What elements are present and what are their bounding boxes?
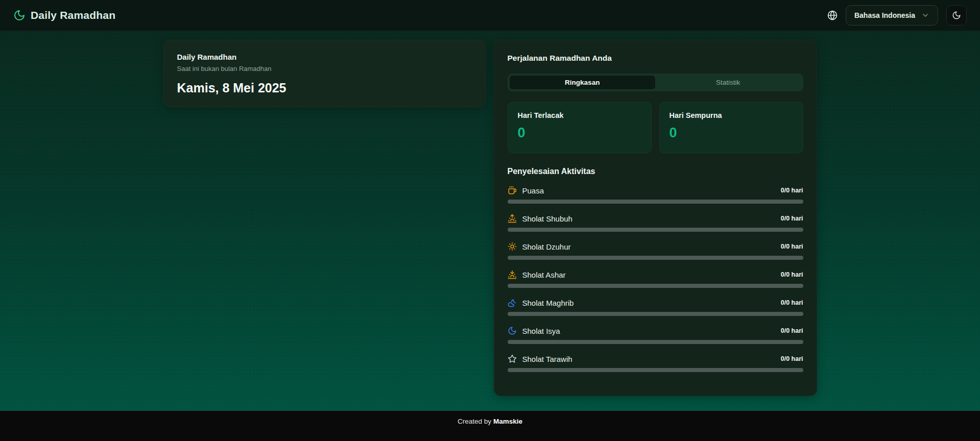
crescent-moon-logo-icon	[13, 9, 26, 21]
activity-row-sholat-ashar: Sholat Ashar 0/0 hari	[508, 270, 803, 288]
stat-value: 0	[518, 125, 641, 141]
activity-label: Sholat Maghrib	[522, 299, 574, 307]
progress-bar	[508, 228, 803, 232]
language-selector-label: Bahasa Indonesia	[854, 11, 915, 19]
activity-label: Sholat Isya	[522, 327, 560, 335]
journey-card: Perjalanan Ramadhan Anda Ringkasan Stati…	[494, 40, 817, 396]
chevron-down-icon	[921, 11, 929, 19]
language-selector-button[interactable]: Bahasa Indonesia	[846, 5, 938, 26]
tab-statistik[interactable]: Statistik	[655, 76, 801, 89]
cloud-moon-icon	[508, 298, 517, 307]
stat-label: Hari Sempurna	[670, 111, 793, 119]
activity-label: Sholat Shubuh	[522, 214, 572, 223]
moon-icon	[508, 326, 517, 335]
star-icon	[508, 354, 517, 363]
activity-row-sholat-maghrib: Sholat Maghrib 0/0 hari	[508, 298, 803, 316]
tab-list: Ringkasan Statistik	[508, 74, 803, 91]
stat-label: Hari Terlacak	[518, 111, 641, 119]
footer-credit: Created byMamskie	[458, 418, 522, 441]
brand: Daily Ramadhan	[13, 9, 115, 21]
top-navbar: Daily Ramadhan Bahasa Indonesia	[0, 0, 980, 31]
date-card-title: Daily Ramadhan	[177, 53, 472, 61]
activity-progress-text: 0/0 hari	[781, 187, 803, 194]
theme-toggle-button[interactable]	[946, 5, 967, 26]
header-actions: Bahasa Indonesia	[827, 5, 967, 26]
progress-bar	[508, 256, 803, 260]
activity-label: Sholat Dzuhur	[522, 242, 571, 251]
stat-value: 0	[670, 125, 793, 141]
globe-icon	[827, 10, 838, 20]
sunrise-icon	[508, 214, 517, 223]
activity-progress-text: 0/0 hari	[781, 215, 803, 222]
moon-icon	[952, 11, 961, 20]
activity-label: Sholat Ashar	[522, 271, 566, 279]
content-grid: Daily Ramadhan Saat ini bukan bulan Rama…	[163, 31, 817, 396]
activity-row-sholat-isya: Sholat Isya 0/0 hari	[508, 326, 803, 344]
progress-bar	[508, 284, 803, 288]
activity-row-sholat-dzuhur: Sholat Dzuhur 0/0 hari	[508, 242, 803, 260]
tab-ringkasan[interactable]: Ringkasan	[510, 76, 656, 89]
coffee-icon	[508, 186, 517, 195]
journey-card-title: Perjalanan Ramadhan Anda	[508, 54, 803, 63]
current-date: Kamis, 8 Mei 2025	[177, 81, 472, 95]
activities-list: Puasa 0/0 hari Sholat Shubuh 0/0 hari	[508, 186, 803, 372]
app-title: Daily Ramadhan	[31, 9, 115, 21]
stat-card-tracked-days: Hari Terlacak 0	[508, 102, 652, 153]
activity-row-sholat-tarawih: Sholat Tarawih 0/0 hari	[508, 354, 803, 372]
activity-row-puasa: Puasa 0/0 hari	[508, 186, 803, 204]
progress-bar	[508, 312, 803, 316]
app-root: Daily Ramadhan Bahasa Indonesia	[0, 0, 980, 441]
stats-grid: Hari Terlacak 0 Hari Sempurna 0	[508, 102, 803, 153]
sun-icon	[508, 242, 517, 251]
page-footer: Created byMamskie	[0, 411, 980, 441]
date-card: Daily Ramadhan Saat ini bukan bulan Rama…	[163, 40, 486, 107]
date-card-subtitle: Saat ini bukan bulan Ramadhan	[177, 65, 472, 72]
progress-bar	[508, 200, 803, 204]
progress-bar	[508, 368, 803, 372]
activity-progress-text: 0/0 hari	[781, 299, 803, 306]
progress-bar	[508, 340, 803, 344]
footer-author: Mamskie	[493, 418, 522, 425]
main-area: Daily Ramadhan Saat ini bukan bulan Rama…	[0, 31, 980, 411]
sunset-icon	[508, 270, 517, 279]
activity-label: Sholat Tarawih	[522, 355, 572, 363]
activity-row-sholat-shubuh: Sholat Shubuh 0/0 hari	[508, 214, 803, 232]
stat-card-perfect-days: Hari Sempurna 0	[659, 102, 803, 153]
activity-progress-text: 0/0 hari	[781, 271, 803, 278]
activity-label: Puasa	[522, 186, 544, 195]
activity-progress-text: 0/0 hari	[781, 243, 803, 250]
activities-heading: Penyelesaian Aktivitas	[508, 167, 803, 176]
activity-progress-text: 0/0 hari	[781, 327, 803, 334]
activity-progress-text: 0/0 hari	[781, 355, 803, 362]
